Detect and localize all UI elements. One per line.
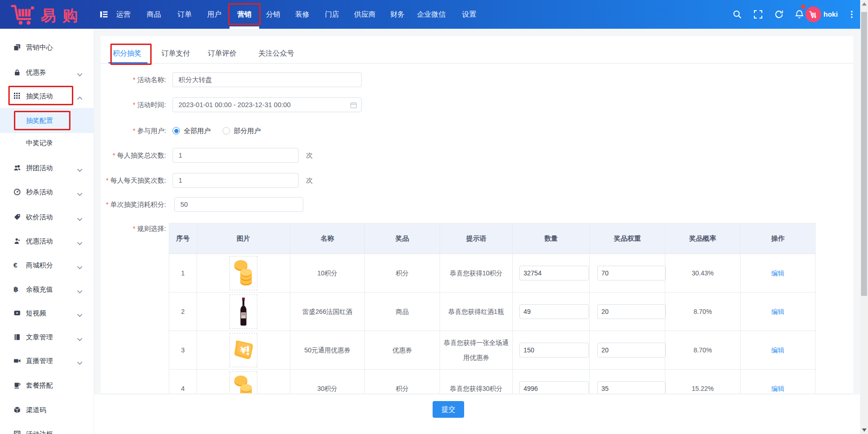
col-header-prize: 奖品 <box>365 223 440 254</box>
sidebar-collapse-icon[interactable] <box>99 10 108 21</box>
cup-icon <box>13 382 21 389</box>
weight-input[interactable] <box>597 304 666 319</box>
sidebar-item-live-streaming[interactable]: 直播管理 <box>0 352 94 369</box>
quantity-input[interactable] <box>519 304 589 319</box>
more-kebab-icon[interactable] <box>847 9 858 20</box>
row-prompt: 恭喜您获得红酒1瓶 <box>440 293 513 331</box>
sidebar-item-promotions[interactable]: 优惠活动 <box>0 233 94 249</box>
lock-icon <box>13 69 21 76</box>
weight-input[interactable] <box>597 343 666 357</box>
search-icon[interactable] <box>732 9 743 20</box>
fullscreen-icon[interactable] <box>753 9 764 20</box>
radio-all-users-label[interactable]: 全部用户 <box>184 127 211 135</box>
radio-partial-users-label[interactable]: 部分用户 <box>234 127 261 135</box>
sidebar: 营销中心 优惠券 抽奖活动 抽奖配置 中奖记录 <box>0 29 94 434</box>
nav-item-suppliers[interactable]: 供应商 <box>348 0 382 29</box>
euro-icon: € <box>13 257 17 274</box>
edit-link[interactable]: 编辑 <box>772 308 785 315</box>
prize-image-coins <box>230 256 257 290</box>
nav-item-settings[interactable]: 设置 <box>454 0 484 29</box>
scrollbar-up-arrow[interactable] <box>860 0 868 8</box>
edit-link[interactable]: 编辑 <box>772 385 785 392</box>
edit-link[interactable]: 编辑 <box>772 269 785 277</box>
tab-order-payment[interactable]: 订单支付 <box>161 44 190 63</box>
sidebar-item-flash-sale[interactable]: 秒杀活动 <box>0 184 94 200</box>
weight-input[interactable] <box>597 381 666 393</box>
sidebar-item-articles[interactable]: 文章管理 <box>0 329 94 345</box>
sidebar-item-winning-records[interactable]: 中奖记录 <box>0 134 94 151</box>
prize-image-wine-bottle <box>230 294 257 329</box>
quantity-input[interactable] <box>519 343 589 357</box>
total-draws-input[interactable] <box>172 148 299 163</box>
submit-button[interactable]: 提交 <box>433 401 464 418</box>
sidebar-item-lottery-config[interactable]: 抽奖配置 <box>0 112 94 129</box>
sidebar-item-package-combo[interactable]: 套餐搭配 <box>0 377 94 394</box>
field-label-rules: *规则选择: <box>133 221 166 236</box>
top-navbar: 易购 运营 商品 订单 用户 营销 分销 装修 门店 供应商 财务 企业微信 设… <box>0 0 860 29</box>
tab-order-review[interactable]: 订单评价 <box>208 44 236 63</box>
field-label-daily-draws: *每人每天抽奖次数: <box>106 173 166 188</box>
nav-item-operations[interactable]: 运营 <box>108 0 138 29</box>
rules-table: 序号 图片 名称 奖品 提示语 数量 奖品权重 奖品概率 操作 1 10积分 积… <box>169 223 816 393</box>
sidebar-item-mall-points[interactable]: € 商城积分 <box>0 257 94 274</box>
radio-all-users[interactable] <box>172 127 180 134</box>
field-label-points-cost: *单次抽奖消耗积分: <box>106 197 166 212</box>
weight-input[interactable] <box>597 266 666 281</box>
nav-item-orders[interactable]: 订单 <box>170 0 199 29</box>
nav-item-marketing[interactable]: 营销 <box>230 0 259 29</box>
notifications-bell-icon[interactable] <box>794 9 805 20</box>
prize-image-coupon: ¥ <box>230 333 257 367</box>
sidebar-item-short-video[interactable]: 短视频 <box>0 305 94 321</box>
sidebar-item-channel-code[interactable]: 渠道码 <box>0 402 94 418</box>
row-prompt: 恭喜您获得一张全场通用优惠券 <box>440 331 513 370</box>
nav-item-decoration[interactable]: 装修 <box>287 0 317 29</box>
activity-name-input[interactable] <box>172 72 362 87</box>
footer-bar: 提交 <box>94 395 860 434</box>
radio-partial-users[interactable] <box>223 127 230 134</box>
refresh-icon[interactable] <box>774 9 785 20</box>
scrollbar-down-arrow[interactable] <box>860 426 868 434</box>
tab-follow-official-account[interactable]: 关注公众号 <box>258 44 294 63</box>
scrollbar-thumb[interactable] <box>861 12 867 296</box>
nav-item-users[interactable]: 用户 <box>199 0 229 29</box>
user-avatar[interactable] <box>805 6 821 22</box>
row-probability: 15.22% <box>665 370 740 394</box>
page-scrollbar[interactable] <box>860 0 868 434</box>
points-cost-input[interactable] <box>174 197 303 212</box>
col-header-image: 图片 <box>197 223 290 254</box>
sidebar-item-lottery-activity[interactable]: 抽奖活动 <box>0 88 94 104</box>
tab-points-lottery[interactable]: 积分抽奖 <box>113 44 141 63</box>
calendar-icon[interactable] <box>350 102 357 110</box>
sidebar-item-activity-border[interactable]: 活动边框 <box>0 426 94 434</box>
nav-item-stores[interactable]: 门店 <box>317 0 347 29</box>
sidebar-item-coupons[interactable]: 优惠券 <box>0 64 94 81</box>
chevron-down-icon <box>77 311 83 319</box>
nav-item-wecom[interactable]: 企业微信 <box>409 0 453 29</box>
table-row: 4 30积分 积分 恭喜您获得30积分 15.22% 编辑 <box>169 370 816 394</box>
nav-item-finance[interactable]: 财务 <box>383 0 412 29</box>
quantity-input[interactable] <box>519 266 589 281</box>
username-label[interactable]: hoki <box>823 0 838 29</box>
field-label-participants: *参与用户: <box>133 123 166 138</box>
sidebar-item-bargain[interactable]: 砍价活动 <box>0 209 94 225</box>
sidebar-item-balance-recharge[interactable]: ฿ 余额充值 <box>0 281 94 298</box>
edit-link[interactable]: 编辑 <box>772 346 785 354</box>
quantity-input[interactable] <box>519 381 589 393</box>
field-label-activity-name: *活动名称: <box>133 72 166 87</box>
active-tab-indicator <box>108 62 147 64</box>
svg-text:¥: ¥ <box>240 345 247 356</box>
col-header-index: 序号 <box>169 223 197 254</box>
people-icon <box>13 164 21 172</box>
sidebar-item-group-buy[interactable]: 拼团活动 <box>0 160 94 176</box>
row-index: 4 <box>169 370 197 394</box>
nav-item-products[interactable]: 商品 <box>139 0 169 29</box>
sidebar-item-marketing-center[interactable]: 营销中心 <box>0 39 94 56</box>
brand-cart-icon <box>10 4 35 28</box>
chevron-down-icon <box>77 70 83 78</box>
nav-item-distribution[interactable]: 分销 <box>258 0 288 29</box>
table-row: 3 ¥ 50元通用优惠券 优惠券 恭喜您获得一张全场通用优惠券 8.70% 编辑 <box>169 331 816 370</box>
activity-time-range-input[interactable] <box>172 97 362 112</box>
person-icon <box>13 237 21 245</box>
daily-draws-input[interactable] <box>172 173 299 188</box>
video-camera-icon <box>13 357 21 364</box>
